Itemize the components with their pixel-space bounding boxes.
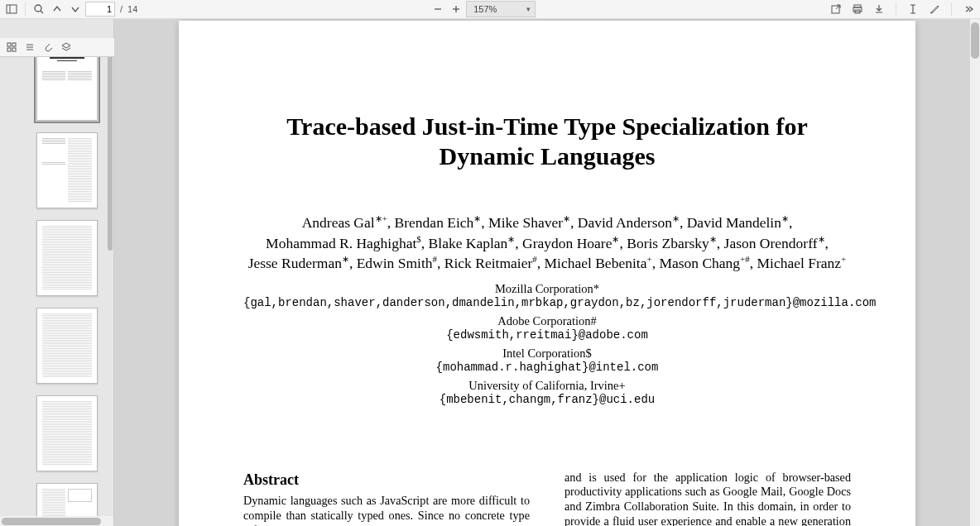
search-button[interactable] [31, 1, 47, 17]
print-button[interactable] [849, 1, 866, 17]
zoom-value: 157% [473, 4, 497, 14]
affiliation-adobe: Adobe Corporation# {edwsmith,rreitmai}@a… [243, 314, 851, 342]
page-content: Trace-based Just-in-Time Type Specializa… [179, 21, 915, 526]
svg-rect-17 [12, 48, 16, 51]
svg-point-2 [35, 5, 41, 12]
sidebar-toolbar [0, 38, 114, 57]
open-external-button[interactable] [828, 1, 844, 17]
svg-line-3 [41, 11, 43, 13]
affiliation-uci: University of California, Irvine+ {mbebe… [243, 379, 851, 406]
paper-title: Trace-based Just-in-Time Type Specializa… [243, 112, 851, 171]
sidebar-scrollbar[interactable] [108, 44, 113, 251]
affiliation-mozilla: Mozilla Corporation* {gal,brendan,shaver… [243, 282, 851, 309]
thumbnail-page-2[interactable] [36, 132, 98, 208]
thumbnails-view-button[interactable] [3, 39, 20, 55]
viewer-scrollbar-track[interactable] [970, 19, 980, 526]
zoom-in-button[interactable] [448, 1, 464, 17]
separator [896, 2, 896, 16]
document-viewer[interactable]: Trace-based Just-in-Time Type Specializa… [114, 19, 980, 526]
separator [951, 2, 952, 16]
outline-view-button[interactable] [22, 39, 38, 55]
abstract-right-column: and is used for the application logic of… [564, 471, 851, 527]
page-separator: / [120, 4, 122, 14]
affiliation-intel: Intel Corporation$ {mohammad.r.haghighat… [243, 347, 851, 374]
sidebar-h-scrollbar[interactable] [0, 516, 114, 526]
separator [25, 2, 26, 16]
zoom-out-button[interactable] [430, 1, 446, 17]
download-button[interactable] [871, 1, 887, 17]
zoom-select[interactable]: 157% [466, 1, 536, 17]
intro-text-p1: and is used for the application logic of… [564, 471, 851, 527]
sidebar [0, 19, 114, 526]
abstract-heading: Abstract [243, 471, 530, 490]
text-select-button[interactable] [905, 1, 921, 17]
thumbnail-page-3[interactable] [36, 220, 98, 296]
paper-authors: Andreas Gal∗+, Brendan Eich∗, Mike Shave… [243, 213, 851, 274]
more-tools-button[interactable] [960, 1, 977, 17]
layers-button[interactable] [58, 39, 74, 55]
thumbnail-page-4[interactable] [36, 308, 98, 384]
svg-rect-0 [7, 5, 17, 13]
attachments-button[interactable] [40, 39, 56, 55]
viewer-scrollbar-thumb[interactable] [971, 22, 979, 59]
next-page-button[interactable] [67, 1, 84, 17]
svg-rect-16 [7, 48, 11, 51]
draw-button[interactable] [926, 1, 943, 17]
svg-rect-14 [7, 43, 11, 46]
svg-rect-15 [12, 43, 16, 46]
page-number-input[interactable] [85, 2, 115, 17]
prev-page-button[interactable] [49, 1, 65, 17]
top-toolbar: / 14 157% [0, 0, 980, 19]
thumbnail-page-5[interactable] [36, 395, 98, 471]
abstract-left-column: Abstract Dynamic languages such as JavaS… [243, 471, 530, 527]
abstract-text: Dynamic languages such as JavaScript are… [243, 494, 530, 526]
total-pages-label: 14 [127, 4, 137, 14]
toggle-sidebar-button[interactable] [3, 1, 20, 17]
